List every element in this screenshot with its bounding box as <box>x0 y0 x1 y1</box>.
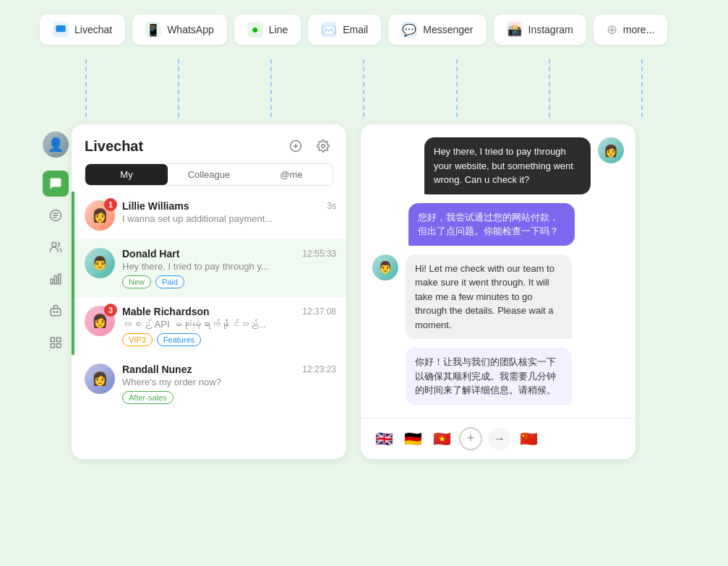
msg-avatar-customer: 👩 <box>598 137 624 163</box>
tag-paid: Paid <box>155 275 184 288</box>
chat-name-donald: Donald Hart <box>122 248 179 260</box>
left-panel: 👤 Livechat <box>40 124 346 459</box>
messenger-icon: 💬 <box>401 22 417 38</box>
channel-line[interactable]: ● Line <box>234 14 301 45</box>
msg-bubble-1: Hey there, I tried to pay through your w… <box>424 137 591 194</box>
channel-messenger[interactable]: 💬 Messenger <box>388 14 486 45</box>
tag-new: New <box>122 275 151 288</box>
msg-row-3: 👨 Hi! Let me check with our team to make… <box>372 254 624 340</box>
channel-email[interactable]: ✉️ Email <box>308 14 381 45</box>
channel-more[interactable]: ⊕ more... <box>594 14 668 45</box>
settings-icon[interactable] <box>313 136 333 156</box>
svg-rect-6 <box>51 309 61 316</box>
msg-bubble-3: Hi! Let me check with our team to make s… <box>406 254 572 340</box>
tab-colleague[interactable]: Colleague <box>168 164 250 185</box>
avatar-randall: 👩 <box>85 364 115 394</box>
flag-vn[interactable]: 🇻🇳 <box>430 427 453 450</box>
chat-tabs: My Colleague @me <box>85 163 333 186</box>
tag-aftersales: After-sales <box>122 391 174 404</box>
chat-panel-title: Livechat <box>85 138 143 155</box>
sidebar-grid-icon[interactable] <box>43 330 69 356</box>
more-label: more... <box>623 24 655 35</box>
msg-row-1: 👩 Hey there, I tried to pay through your… <box>372 137 624 194</box>
chat-item-mable[interactable]: 👩 3 Mable Richardson 12:37:08 လစဉ် API မ… <box>72 297 346 355</box>
sidebar: 👤 <box>40 124 72 459</box>
channel-bar: Livechat 📱 WhatsApp ● Line ✉️ Email 💬 Me… <box>0 0 728 59</box>
channel-instagram[interactable]: 📸 Instagram <box>494 14 586 45</box>
sidebar-bot-icon[interactable] <box>43 298 69 324</box>
avatar-donald: 👨 <box>85 248 115 278</box>
whatsapp-icon: 📱 <box>145 22 161 38</box>
svg-rect-3 <box>51 279 53 284</box>
tag-features: Features <box>157 333 201 346</box>
chat-preview-lillie: I wanna set up additional payment... <box>122 213 288 224</box>
avatar-wrap-lillie: 👩 1 <box>85 200 115 231</box>
add-language-button[interactable]: + <box>459 427 482 450</box>
chat-name-row-mable: Mable Richardson 12:37:08 <box>122 306 336 317</box>
dashed-lines <box>0 59 728 117</box>
chat-item-lillie[interactable]: 👩 1 Lillie Williams 3s I wanna set up ad… <box>72 192 346 239</box>
channel-whatsapp[interactable]: 📱 WhatsApp <box>132 14 227 45</box>
user-avatar: 👤 <box>43 132 69 158</box>
line-label: Line <box>269 24 288 35</box>
chat-name-lillie: Lillie Williams <box>122 200 189 212</box>
tab-my[interactable]: My <box>85 164 168 185</box>
chat-preview-randall: Where's my order now? <box>122 377 288 387</box>
svg-rect-11 <box>51 344 54 348</box>
svg-rect-12 <box>57 344 61 348</box>
sidebar-chat-icon[interactable] <box>43 171 69 197</box>
chat-name-row-donald: Donald Hart 12:55:33 <box>122 248 336 260</box>
chat-detail-panel: 👩 Hey there, I tried to pay through your… <box>361 124 635 459</box>
add-chat-icon[interactable] <box>286 136 306 156</box>
email-icon: ✉️ <box>321 22 337 38</box>
sidebar-stats-icon[interactable] <box>43 266 69 292</box>
svg-rect-10 <box>57 338 61 341</box>
translate-arrow[interactable]: → <box>488 427 511 450</box>
chat-time-randall: 12:23:23 <box>302 364 336 374</box>
flag-uk[interactable]: 🇬🇧 <box>372 427 395 450</box>
msg-row-2: 您好，我尝试通过您的网站付款，但出了点问题。你能检查一下吗？ <box>372 203 624 246</box>
lang-bar: 🇬🇧 🇩🇪 🇻🇳 + → 🇨🇳 <box>361 418 635 459</box>
messenger-label: Messenger <box>423 24 473 35</box>
header-icons <box>286 136 333 156</box>
msg-bubble-4: 你好！让我与我们的团队核实一下以确保其顺利完成。我需要几分钟的时间来了解详细信息… <box>406 348 572 405</box>
chat-info-mable: Mable Richardson 12:37:08 လစဉ် API မသုံး… <box>122 306 336 346</box>
tab-atme[interactable]: @me <box>250 164 333 185</box>
chat-list-panel: Livechat My Colleague @me <box>72 124 346 459</box>
instagram-icon: 📸 <box>507 22 523 38</box>
avatar-wrap-donald: 👨 <box>85 248 115 278</box>
main-content: 👤 Livechat <box>0 124 728 459</box>
avatar-wrap-randall: 👩 <box>85 364 115 394</box>
chat-list: 👩 1 Lillie Williams 3s I wanna set up ad… <box>72 192 346 459</box>
chat-preview-mable: လစဉ် API မသုံးမဲ့ရောက်နိုင်သည်... <box>122 319 288 330</box>
email-label: Email <box>343 24 368 35</box>
svg-point-14 <box>322 145 325 148</box>
svg-rect-4 <box>55 276 57 284</box>
flag-de[interactable]: 🇩🇪 <box>401 427 424 450</box>
badge-mable: 3 <box>104 304 117 317</box>
chat-item-donald[interactable]: 👨 Donald Hart 12:55:33 Hey there, I trie… <box>72 239 346 297</box>
chat-preview-donald: Hey there, I tried to pay through y... <box>122 261 288 272</box>
chat-tags-donald: New Paid <box>122 275 336 288</box>
msg-avatar-agent: 👨 <box>372 254 398 280</box>
chat-time-donald: 12:55:33 <box>302 249 336 259</box>
sidebar-comments-icon[interactable] <box>43 202 69 228</box>
avatar-wrap-mable: 👩 3 <box>85 306 115 336</box>
chat-tags-mable: VIP3 Features <box>122 333 336 346</box>
badge-lillie: 1 <box>104 198 117 211</box>
whatsapp-label: WhatsApp <box>167 24 214 35</box>
channel-livechat[interactable]: Livechat <box>40 14 125 45</box>
svg-point-8 <box>57 312 59 313</box>
svg-rect-9 <box>51 338 54 341</box>
chat-info-lillie: Lillie Williams 3s I wanna set up additi… <box>122 200 336 224</box>
chat-item-randall[interactable]: 👩 Randall Nunez 12:23:23 Where's my orde… <box>72 355 346 413</box>
chat-time-lillie: 3s <box>327 201 336 211</box>
svg-point-2 <box>52 242 56 246</box>
sidebar-people-icon[interactable] <box>43 234 69 260</box>
chat-list-header: Livechat <box>72 124 346 163</box>
svg-rect-0 <box>56 25 65 32</box>
flag-cn[interactable]: 🇨🇳 <box>517 427 540 450</box>
chat-messages: 👩 Hey there, I tried to pay through your… <box>361 124 635 418</box>
tag-vip3: VIP3 <box>122 333 153 346</box>
chat-tags-randall: After-sales <box>122 391 336 404</box>
